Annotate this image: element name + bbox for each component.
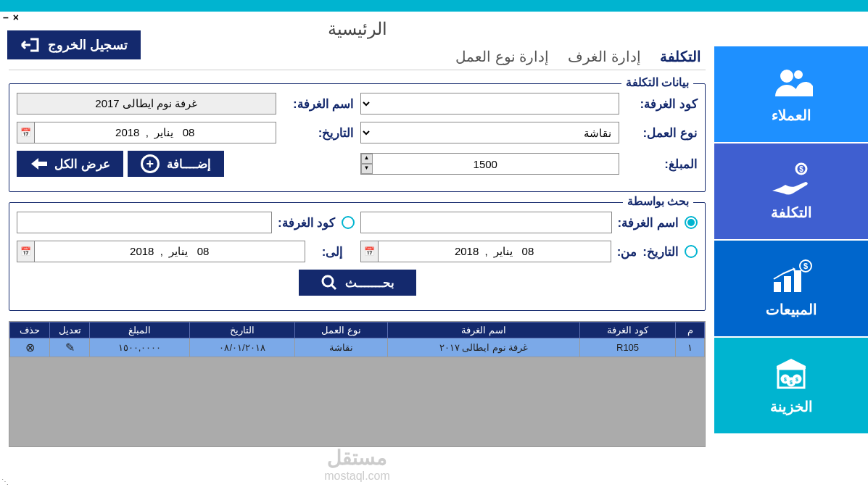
results-table: م كود الغرفة اسم الغرفة نوع العمل التاري… — [9, 322, 705, 357]
room-name-input — [17, 93, 276, 115]
search-room-code-input[interactable] — [17, 212, 272, 233]
svg-point-1 — [794, 70, 803, 79]
room-code-label: كود الغرفة: — [625, 96, 698, 112]
resize-grip-icon[interactable]: ⋰ — [1, 478, 9, 486]
logout-icon — [20, 36, 41, 54]
search-fieldset: بحث بواسطة اسم الغرفة: كود الغرفة: التار… — [9, 202, 706, 311]
spin-up-icon[interactable]: ▲ — [361, 154, 373, 164]
sidebar-item-treasury[interactable]: $$$ الخزينة — [714, 338, 868, 433]
chart-icon: $ — [769, 259, 813, 295]
sidebar-label: العملاء — [772, 107, 811, 124]
cell-date: ٠٨/٠١/٢٠١٨ — [189, 338, 294, 357]
spin-down-icon[interactable]: ▼ — [361, 164, 373, 174]
cost-date-input[interactable] — [34, 122, 276, 143]
sidebar-label: المبيعات — [766, 301, 817, 318]
cell-room-name: غرفة نوم ايطالى ٢٠١٧ — [388, 338, 580, 357]
search-date-label: التاريخ: — [642, 244, 679, 259]
room-code-select[interactable] — [360, 93, 620, 115]
tab-worktype[interactable]: إدارة نوع العمل — [455, 48, 549, 67]
svg-text:$: $ — [799, 165, 803, 173]
sidebar-item-customers[interactable]: العملاء — [714, 46, 868, 142]
search-legend: بحث بواسطة — [623, 194, 693, 208]
amount-input[interactable] — [360, 153, 620, 175]
safe-icon: $$$ — [769, 356, 813, 392]
radio-room-name[interactable] — [685, 216, 698, 229]
work-type-select[interactable]: نقاشة — [360, 122, 620, 143]
logout-button[interactable]: تسجيل الخروج — [7, 30, 141, 59]
cell-room-code: R105 — [580, 338, 676, 357]
room-name-label: اسم الغرفة: — [282, 96, 355, 112]
search-room-code-label: كود الغرفة: — [278, 215, 335, 230]
cell-seq: ١ — [676, 338, 705, 357]
cost-data-fieldset: بيانات التكلفة كود الغرفة: اسم الغرفة: ن… — [9, 83, 706, 192]
table-row: ١R105غرفة نوم ايطالى ٢٠١٧نقاشة٠٨/٠١/٢٠١٨… — [10, 338, 705, 357]
svg-rect-5 — [784, 276, 791, 292]
sidebar-label: التكلفة — [771, 204, 812, 221]
col-edit: تعديل — [50, 322, 90, 338]
col-date: التاريخ — [189, 322, 294, 338]
calendar-icon[interactable]: 📅 — [17, 241, 34, 262]
svg-text:$: $ — [784, 377, 787, 383]
amount-label: المبلغ: — [625, 157, 698, 172]
svg-text:$: $ — [795, 377, 798, 383]
work-type-label: نوع العمل: — [625, 125, 698, 141]
arrow-left-icon — [30, 157, 47, 171]
from-label: من: — [617, 244, 637, 259]
search-room-name-input[interactable] — [360, 212, 612, 233]
tab-cost[interactable]: التكلفة — [660, 48, 701, 67]
svg-text:$: $ — [790, 380, 793, 386]
col-room-code: كود الغرفة — [580, 322, 676, 338]
cost-legend: بيانات التكلفة — [621, 75, 693, 89]
search-icon — [321, 274, 338, 291]
cell-amount: ١٥٠٠,٠٠٠٠ — [90, 338, 190, 357]
add-button[interactable]: إضــــافة + — [128, 151, 224, 177]
col-seq: م — [676, 322, 705, 338]
col-amount: المبلغ — [90, 322, 190, 338]
search-button[interactable]: بحـــــــث — [299, 270, 416, 296]
radio-room-code[interactable] — [342, 216, 355, 229]
people-icon — [769, 64, 813, 101]
col-work-type: نوع العمل — [295, 322, 388, 338]
sidebar-label: الخزينة — [770, 398, 813, 415]
svg-text:$: $ — [803, 262, 808, 270]
sidebar-item-sales[interactable]: $ المبيعات — [714, 241, 868, 336]
col-room-name: اسم الغرفة — [388, 322, 580, 338]
search-room-name-label: اسم الغرفة: — [618, 215, 679, 230]
svg-rect-4 — [774, 282, 781, 292]
watermark: مستقل mostaql.com — [324, 446, 390, 483]
logout-label: تسجيل الخروج — [48, 37, 128, 53]
cost-date-label: التاريخ: — [282, 125, 355, 141]
delete-icon[interactable]: ⊗ — [10, 338, 50, 357]
svg-rect-6 — [794, 270, 801, 292]
date-to-input[interactable] — [34, 241, 305, 262]
hand-money-icon: $ — [769, 162, 813, 198]
sidebar-item-cost[interactable]: $ التكلفة — [714, 143, 868, 239]
col-delete: حذف — [10, 322, 50, 338]
edit-icon[interactable]: ✎ — [50, 338, 90, 357]
plus-icon: + — [141, 154, 160, 173]
svg-point-0 — [780, 70, 793, 83]
sidebar: العملاء $ التكلفة $ المبيعات $$$ الخزينة — [714, 12, 868, 487]
radio-date[interactable] — [685, 245, 698, 258]
to-label: إلى: — [311, 244, 355, 259]
cell-work-type: نقاشة — [295, 338, 388, 357]
tab-rooms[interactable]: إدارة الغرف — [568, 48, 641, 67]
calendar-icon[interactable]: 📅 — [360, 241, 378, 262]
calendar-icon[interactable]: 📅 — [17, 122, 34, 143]
svg-point-16 — [323, 276, 333, 286]
results-table-wrap: م كود الغرفة اسم الغرفة نوع العمل التاري… — [9, 321, 706, 447]
date-from-input[interactable] — [378, 241, 611, 262]
show-all-button[interactable]: عرض الكل — [17, 151, 123, 177]
titlebar — [0, 0, 868, 12]
